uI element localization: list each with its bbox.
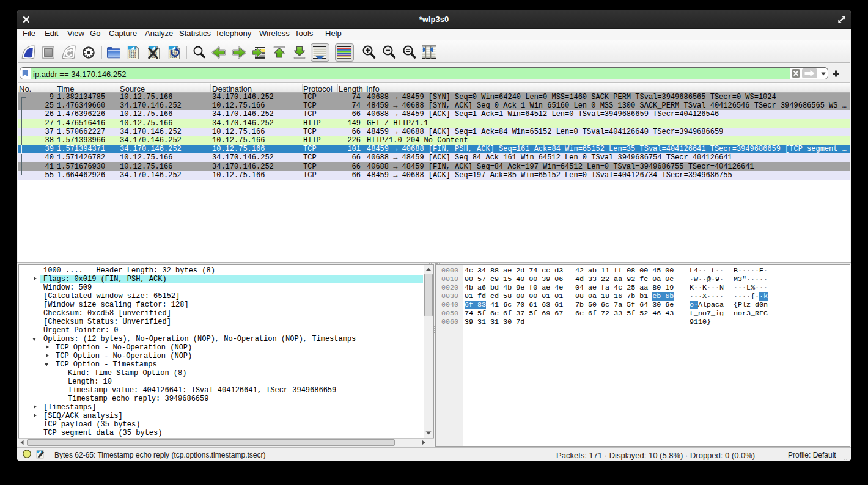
svg-text:0111: 0111: [129, 56, 136, 59]
